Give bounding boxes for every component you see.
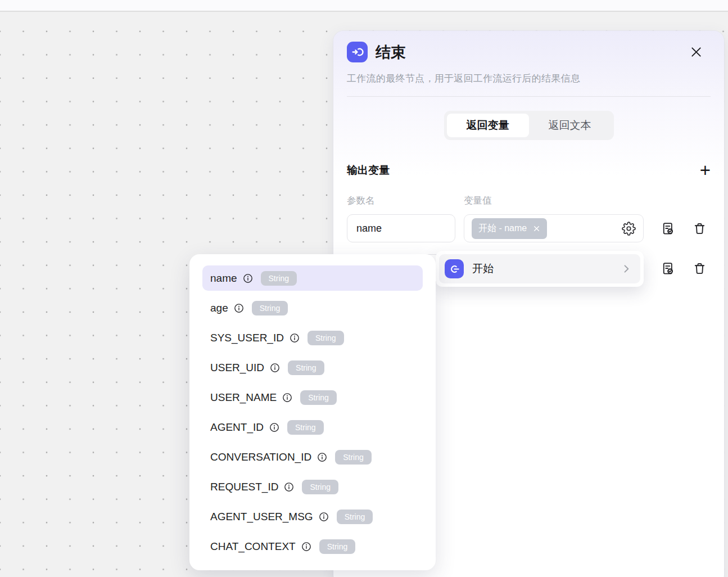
param-column-headers: 参数名 变量值 xyxy=(347,195,711,207)
info-icon[interactable] xyxy=(283,481,295,493)
dropdown-item-sys-user-id[interactable]: SYS_USER_ID String xyxy=(202,325,423,350)
dropdown-item-age[interactable]: age String xyxy=(202,295,423,321)
info-icon[interactable] xyxy=(316,452,328,463)
param-value-field[interactable]: 开始 - name xyxy=(464,214,644,242)
browser-top-bar xyxy=(0,0,728,12)
node-select-flyout: 开始 xyxy=(436,251,644,287)
delete-row-icon[interactable] xyxy=(693,221,707,236)
gear-icon[interactable] xyxy=(622,222,636,236)
type-badge: String xyxy=(308,331,344,345)
dropdown-item-name[interactable]: name String xyxy=(202,265,423,291)
tab-return-variables[interactable]: 返回变量 xyxy=(447,114,529,137)
param-name-input[interactable] xyxy=(347,214,455,242)
type-badge: String xyxy=(335,450,372,465)
value-tag-label: 开始 - name xyxy=(478,223,527,235)
delete-row-icon[interactable] xyxy=(693,261,707,276)
flyout-item-start-node[interactable]: 开始 xyxy=(439,254,640,283)
type-badge: String xyxy=(261,271,297,286)
info-icon[interactable] xyxy=(289,332,300,344)
panel-description: 工作流的最终节点，用于返回工作流运行后的结果信息 xyxy=(347,72,711,85)
output-variables-title: 输出变量 xyxy=(347,163,390,178)
type-badge: String xyxy=(319,539,356,554)
column-param-name: 参数名 xyxy=(347,195,464,207)
info-icon[interactable] xyxy=(269,422,280,433)
type-badge: String xyxy=(302,480,338,494)
column-param-value: 变量值 xyxy=(464,195,492,207)
variable-dropdown: name String age String SYS_USER_ID Strin… xyxy=(189,254,436,570)
chevron-right-icon xyxy=(620,263,632,275)
start-node-icon xyxy=(445,259,464,278)
tab-return-text[interactable]: 返回文本 xyxy=(529,114,611,137)
info-icon[interactable] xyxy=(242,273,254,284)
info-icon[interactable] xyxy=(282,392,293,403)
dropdown-item-agent-id[interactable]: AGENT_ID String xyxy=(202,414,423,440)
dropdown-item-user-uid[interactable]: USER_UID String xyxy=(202,355,423,380)
dropdown-item-chat-context[interactable]: CHAT_CONTEXT String xyxy=(202,534,423,559)
info-icon[interactable] xyxy=(269,362,281,373)
panel-title: 结束 xyxy=(376,42,682,62)
info-icon[interactable] xyxy=(301,541,312,552)
info-icon[interactable] xyxy=(233,303,245,314)
save-row-icon[interactable] xyxy=(661,261,675,276)
panel-header: 结束 xyxy=(333,31,724,62)
type-badge: String xyxy=(288,360,324,375)
type-badge: String xyxy=(252,301,288,315)
return-mode-tabs: 返回变量 返回文本 xyxy=(444,111,614,140)
flyout-item-label: 开始 xyxy=(472,262,612,276)
value-reference-tag: 开始 - name xyxy=(472,218,547,239)
info-icon[interactable] xyxy=(318,511,329,522)
save-row-icon[interactable] xyxy=(661,221,675,236)
end-node-icon xyxy=(347,42,368,62)
dropdown-item-agent-user-msg[interactable]: AGENT_USER_MSG String xyxy=(202,504,423,529)
type-badge: String xyxy=(300,390,337,405)
type-badge: String xyxy=(337,510,373,524)
type-badge: String xyxy=(287,420,324,435)
dropdown-item-conversation-id[interactable]: CONVERSATION_ID String xyxy=(202,444,423,470)
dropdown-item-user-name[interactable]: USER_NAME String xyxy=(202,385,423,410)
add-variable-icon[interactable]: + xyxy=(700,163,711,178)
param-row: 开始 - name xyxy=(347,214,712,242)
divider xyxy=(347,96,711,97)
dropdown-item-request-id[interactable]: REQUEST_ID String xyxy=(202,474,423,499)
remove-tag-icon[interactable] xyxy=(533,225,540,232)
close-icon[interactable] xyxy=(690,46,703,58)
